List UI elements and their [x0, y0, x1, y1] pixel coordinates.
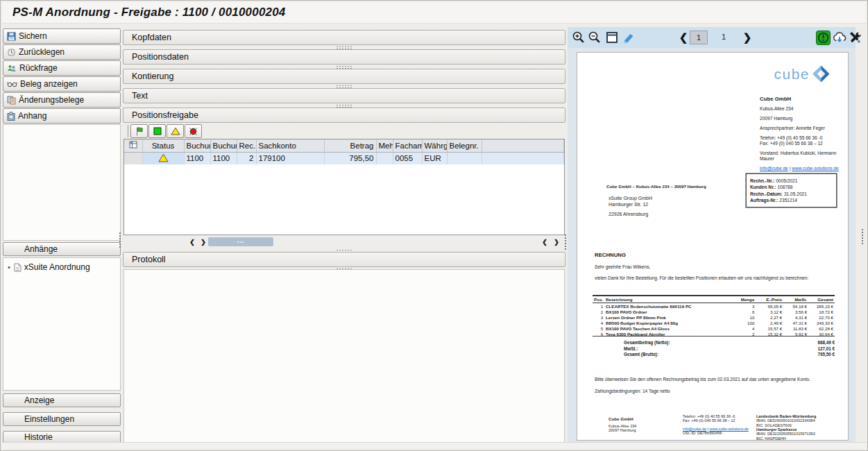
row-meh[interactable] — [376, 152, 393, 164]
scroll-left-button[interactable]: ❮ — [187, 237, 197, 246]
prev-page-button[interactable]: ❮ — [676, 30, 691, 45]
payment-note: Bitte überweisen Sie den offenen Rechnun… — [595, 377, 810, 382]
mwst-row: MwSt.:127,01 € — [593, 346, 835, 351]
anzeige-header[interactable]: Anzeige — [3, 393, 121, 407]
row-sachkonto[interactable]: 179100 — [256, 152, 324, 164]
col-fachamt[interactable]: Fachamt — [393, 139, 422, 152]
vendor-city: 20097 Hamburg — [760, 116, 846, 121]
viewer-resize-handle[interactable] — [861, 228, 865, 245]
col-betrag[interactable]: Betrag — [324, 139, 376, 152]
item-row: 2BX100 PAVO Ordner63,12 €3,56 €18,72 € — [593, 309, 835, 314]
einstellungen-header[interactable]: Einstellungen — [3, 412, 121, 426]
attachments-tree: • xSuite Anordnung — [3, 257, 121, 391]
next-page-button[interactable]: ❯ — [740, 30, 755, 45]
sidebar-empty-panel — [3, 124, 121, 241]
zoom-in-button[interactable] — [571, 30, 586, 45]
row-status-cell[interactable] — [142, 152, 184, 164]
section-protokoll[interactable]: Protokoll — [123, 252, 565, 267]
fit-page-button[interactable] — [604, 30, 620, 45]
col-sachkonto[interactable]: Sachkonto — [256, 139, 324, 152]
brutto-row: Gesamt (Brutto):795,50 € — [593, 352, 835, 357]
download-button[interactable] — [832, 30, 847, 45]
chevron-left-icon: ❮ — [679, 31, 688, 44]
section-text-label: Text — [132, 91, 148, 101]
anzeige-label: Anzeige — [24, 395, 54, 405]
page-number-input[interactable]: 1 — [690, 31, 708, 44]
vendor-contact: Ansprechpartner: Annette Feger — [760, 126, 846, 131]
attachment-clipboard-icon — [7, 112, 15, 121]
col-meh[interactable]: Meh.. — [376, 139, 393, 152]
zoom-out-button[interactable] — [587, 30, 602, 45]
row-waehrg[interactable]: EUR — [422, 152, 447, 164]
section-positionsdaten[interactable]: Positionsdaten — [123, 49, 565, 65]
horizontal-scrollbar: ❮ ❯ ••• ❮ ❯ — [124, 236, 565, 248]
tree-bullet: • — [8, 263, 10, 271]
row-selector-cell[interactable] — [124, 152, 142, 164]
col-buchun-1[interactable]: Buchun.. — [184, 139, 210, 152]
row-buchun-1[interactable]: 1100 — [184, 152, 210, 164]
payment-terms: Zahlungsbedingungen: 14 Tage netto — [595, 389, 670, 393]
vendor-fax: Fax: +49 (0) 040 55 66 38 – 12 — [760, 141, 846, 146]
col-belegnr[interactable]: Belegnr. — [447, 139, 482, 152]
release-yellow-button[interactable] — [167, 124, 184, 138]
aenderungsbelege-button[interactable]: Änderungsbelege — [3, 92, 121, 108]
select-all-header[interactable] — [124, 139, 142, 152]
release-green-button[interactable] — [148, 124, 166, 138]
recipient-city: 22926 Ahrensburg — [609, 211, 652, 217]
section-text[interactable]: Text — [123, 88, 565, 103]
row-rec[interactable]: 2 — [237, 152, 256, 164]
sidebar-resize-handle[interactable] — [119, 232, 122, 248]
work-area: Kopfdaten Positionsdaten Kontierung Text… — [123, 27, 565, 443]
table-header-row: Status Buchun.. Buchun.. Rec.. Sachkonto… — [124, 139, 564, 152]
protokoll-body — [124, 269, 565, 443]
sichern-button[interactable]: Sichern — [3, 28, 121, 44]
section-positionsfreigabe[interactable]: Positionsfreigabe — [123, 108, 565, 123]
tools-button[interactable] — [847, 30, 862, 45]
rueckfrage-button[interactable]: Rückfrage — [3, 60, 121, 76]
positions-table: Status Buchun.. Buchun.. Rec.. Sachkonto… — [124, 139, 565, 235]
sidebar: Sichern Zurücklegen Rückfrage Beleg anze… — [3, 28, 121, 443]
footer-email-link[interactable]: info@cube.de — [683, 427, 706, 431]
link-separator: | — [790, 166, 791, 171]
col-rec[interactable]: Rec.. — [237, 139, 256, 152]
section-kopfdaten[interactable]: Kopfdaten — [123, 30, 565, 45]
glasses-icon — [7, 80, 17, 88]
validation-status-button[interactable] — [815, 30, 831, 45]
pdf-viewer: ❮ 1 1 ❯ cube — [568, 27, 856, 443]
save-icon — [7, 32, 16, 41]
section-kontierung[interactable]: Kontierung — [123, 69, 565, 84]
row-fachamt[interactable]: 0055 — [393, 152, 422, 164]
section-kontierung-label: Kontierung — [132, 71, 173, 81]
footer-web-link[interactable]: www.cube-solutions.de — [710, 427, 749, 431]
einstellungen-label: Einstellungen — [24, 414, 74, 424]
attachment-item-xsuite-anordnung[interactable]: • xSuite Anordnung — [6, 262, 117, 272]
cube-logo-text: cube — [774, 66, 810, 83]
release-flag-button[interactable] — [130, 124, 148, 138]
cube-logo: cube — [774, 65, 830, 83]
release-red-button[interactable] — [185, 124, 202, 138]
row-buchun-2[interactable]: 1100 — [210, 152, 237, 164]
row-betrag[interactable]: 795,50 — [324, 152, 376, 164]
vendor-web-link[interactable]: www.cube-solutions.de — [792, 166, 838, 171]
beleg-anzeigen-label: Beleg anzeigen — [20, 79, 78, 89]
vendor-email-link[interactable]: info@cube.de — [760, 166, 788, 171]
scroll-left-button-2[interactable]: ❮ — [540, 237, 550, 246]
item-row: 1CLEARTEX Bodenschutzmatte 89X119 PC395,… — [593, 303, 835, 309]
scroll-right-button[interactable]: ❯ — [198, 237, 208, 246]
zuruecklegen-button[interactable]: Zurücklegen — [3, 44, 121, 60]
anhaenge-header[interactable]: Anhänge — [3, 242, 121, 256]
scroll-right-button-2[interactable]: ❯ — [552, 237, 561, 246]
anhang-button[interactable]: Anhang — [3, 108, 121, 124]
invoice-heading: RECHNUNG — [595, 252, 626, 258]
scrollbar-thumb[interactable]: ••• — [208, 237, 273, 246]
vendor-links: info@cube.de | www.cube-solutions.de — [760, 166, 846, 171]
beleg-anzeigen-button[interactable]: Beleg anzeigen — [3, 76, 121, 92]
col-status[interactable]: Status — [142, 139, 184, 152]
col-waehrg[interactable]: Währg — [422, 139, 447, 152]
col-buchun-2[interactable]: Buchun.. — [210, 139, 237, 152]
rueckfrage-label: Rückfrage — [19, 63, 58, 73]
footer-ustid: USt.-ID: DE785560456 — [683, 431, 749, 435]
table-row[interactable]: 1100 1100 2 179100 795,50 0055 EUR — [124, 152, 564, 164]
highlighter-button[interactable] — [621, 30, 636, 45]
row-belegnr[interactable] — [447, 152, 482, 164]
